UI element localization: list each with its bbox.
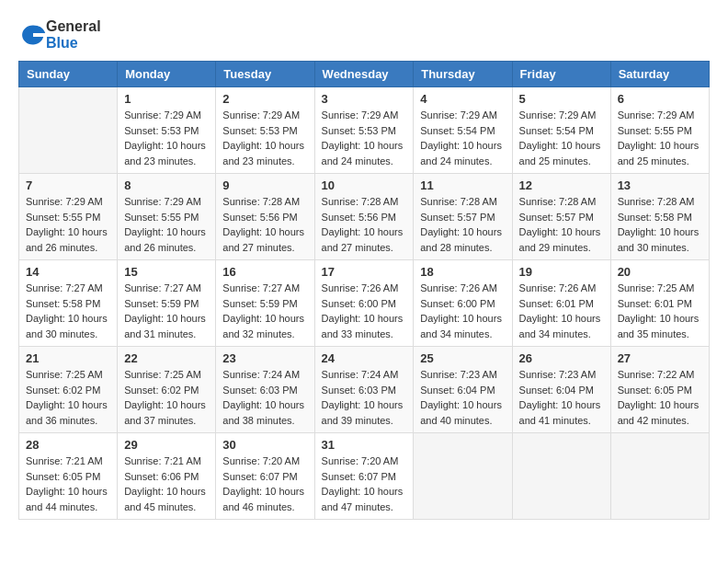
sunrise-text: Sunrise: 7:29 AM: [124, 108, 209, 123]
sunset-text: Sunset: 6:01 PM: [618, 296, 702, 312]
sunrise-text: Sunrise: 7:28 AM: [519, 194, 604, 210]
calendar-cell: 13Sunrise: 7:28 AMSunset: 5:58 PMDayligh…: [610, 174, 709, 260]
calendar-cell: 6Sunrise: 7:29 AMSunset: 5:55 PMDaylight…: [610, 87, 709, 174]
day-info: Sunrise: 7:28 AMSunset: 5:58 PMDaylight:…: [618, 194, 702, 255]
calendar-cell: 19Sunrise: 7:26 AMSunset: 6:01 PMDayligh…: [512, 260, 610, 347]
sunset-text: Sunset: 6:05 PM: [26, 469, 110, 485]
calendar-cell: [512, 433, 610, 520]
calendar-cell: 24Sunrise: 7:24 AMSunset: 6:03 PMDayligh…: [314, 347, 414, 433]
calendar-cell: 20Sunrise: 7:25 AMSunset: 6:01 PMDayligh…: [610, 260, 709, 347]
calendar-cell: 11Sunrise: 7:28 AMSunset: 5:57 PMDayligh…: [414, 174, 512, 260]
sunset-text: Sunset: 6:02 PM: [124, 383, 209, 398]
sunset-text: Sunset: 5:53 PM: [124, 123, 209, 139]
day-number: 5: [519, 92, 604, 106]
sunrise-text: Sunrise: 7:21 AM: [124, 454, 209, 469]
calendar-table: SundayMondayTuesdayWednesdayThursdayFrid…: [18, 61, 710, 520]
sunset-text: Sunset: 5:57 PM: [420, 210, 505, 225]
day-number: 12: [519, 178, 604, 192]
day-info: Sunrise: 7:26 AMSunset: 6:00 PMDaylight:…: [420, 281, 505, 341]
calendar-cell: 4Sunrise: 7:29 AMSunset: 5:54 PMDaylight…: [414, 87, 512, 174]
day-info: Sunrise: 7:21 AMSunset: 6:05 PMDaylight:…: [26, 454, 110, 514]
calendar-cell: 8Sunrise: 7:29 AMSunset: 5:55 PMDaylight…: [118, 174, 216, 260]
day-number: 16: [222, 265, 307, 279]
sunset-text: Sunset: 6:05 PM: [618, 383, 702, 398]
calendar-cell: 1Sunrise: 7:29 AMSunset: 5:53 PMDaylight…: [118, 87, 216, 174]
day-number: 11: [420, 178, 505, 192]
sunrise-text: Sunrise: 7:28 AM: [322, 194, 407, 210]
day-info: Sunrise: 7:29 AMSunset: 5:54 PMDaylight:…: [519, 108, 604, 168]
daylight-text: Daylight: 10 hours and 27 minutes.: [222, 224, 307, 255]
day-info: Sunrise: 7:24 AMSunset: 6:03 PMDaylight:…: [322, 367, 407, 428]
daylight-text: Daylight: 10 hours and 34 minutes.: [420, 311, 505, 341]
day-number: 18: [420, 265, 505, 279]
sunrise-text: Sunrise: 7:29 AM: [618, 108, 702, 123]
sunset-text: Sunset: 6:00 PM: [322, 296, 407, 312]
logo-icon: [20, 22, 46, 48]
daylight-text: Daylight: 10 hours and 47 minutes.: [322, 484, 407, 514]
day-number: 15: [124, 265, 209, 279]
calendar-cell: 17Sunrise: 7:26 AMSunset: 6:00 PMDayligh…: [314, 260, 414, 347]
sunset-text: Sunset: 5:56 PM: [222, 210, 307, 225]
calendar-cell: [610, 433, 709, 520]
daylight-text: Daylight: 10 hours and 24 minutes.: [420, 138, 505, 168]
daylight-text: Daylight: 10 hours and 26 minutes.: [124, 224, 209, 255]
day-number: 25: [420, 351, 505, 365]
daylight-text: Daylight: 10 hours and 29 minutes.: [519, 224, 604, 255]
day-number: 26: [519, 351, 604, 365]
calendar-header-wednesday: Wednesday: [314, 62, 414, 87]
calendar-cell: 18Sunrise: 7:26 AMSunset: 6:00 PMDayligh…: [414, 260, 512, 347]
sunrise-text: Sunrise: 7:23 AM: [420, 367, 505, 383]
calendar-cell: 23Sunrise: 7:24 AMSunset: 6:03 PMDayligh…: [216, 347, 314, 433]
daylight-text: Daylight: 10 hours and 39 minutes.: [322, 397, 407, 428]
day-number: 29: [124, 438, 209, 452]
calendar-cell: 9Sunrise: 7:28 AMSunset: 5:56 PMDaylight…: [216, 174, 314, 260]
day-info: Sunrise: 7:27 AMSunset: 5:59 PMDaylight:…: [222, 281, 307, 341]
sunrise-text: Sunrise: 7:25 AM: [124, 367, 209, 383]
day-info: Sunrise: 7:29 AMSunset: 5:55 PMDaylight:…: [618, 108, 702, 168]
calendar-week-row: 14Sunrise: 7:27 AMSunset: 5:58 PMDayligh…: [19, 260, 710, 347]
calendar-cell: 27Sunrise: 7:22 AMSunset: 6:05 PMDayligh…: [610, 347, 709, 433]
sunset-text: Sunset: 5:54 PM: [420, 123, 505, 139]
day-info: Sunrise: 7:25 AMSunset: 6:02 PMDaylight:…: [26, 367, 110, 428]
daylight-text: Daylight: 10 hours and 32 minutes.: [222, 311, 307, 341]
sunset-text: Sunset: 5:53 PM: [322, 123, 407, 139]
calendar-cell: 3Sunrise: 7:29 AMSunset: 5:53 PMDaylight…: [314, 87, 414, 174]
calendar-cell: 5Sunrise: 7:29 AMSunset: 5:54 PMDaylight…: [512, 87, 610, 174]
day-info: Sunrise: 7:29 AMSunset: 5:54 PMDaylight:…: [420, 108, 505, 168]
day-number: 28: [26, 438, 110, 452]
day-info: Sunrise: 7:21 AMSunset: 6:06 PMDaylight:…: [124, 454, 209, 514]
daylight-text: Daylight: 10 hours and 31 minutes.: [124, 311, 209, 341]
daylight-text: Daylight: 10 hours and 23 minutes.: [222, 138, 307, 168]
calendar-header-row: SundayMondayTuesdayWednesdayThursdayFrid…: [19, 62, 710, 87]
day-number: 9: [222, 178, 307, 192]
day-number: 24: [322, 351, 407, 365]
day-number: 17: [322, 265, 407, 279]
calendar-week-row: 21Sunrise: 7:25 AMSunset: 6:02 PMDayligh…: [19, 347, 710, 433]
day-number: 4: [420, 92, 505, 106]
sunset-text: Sunset: 5:58 PM: [26, 296, 110, 312]
calendar-cell: 12Sunrise: 7:28 AMSunset: 5:57 PMDayligh…: [512, 174, 610, 260]
day-number: 20: [618, 265, 702, 279]
calendar-cell: 16Sunrise: 7:27 AMSunset: 5:59 PMDayligh…: [216, 260, 314, 347]
calendar-cell: 2Sunrise: 7:29 AMSunset: 5:53 PMDaylight…: [216, 87, 314, 174]
day-number: 21: [26, 351, 110, 365]
calendar-cell: 31Sunrise: 7:20 AMSunset: 6:07 PMDayligh…: [314, 433, 414, 520]
sunrise-text: Sunrise: 7:20 AM: [322, 454, 407, 469]
sunrise-text: Sunrise: 7:29 AM: [222, 108, 307, 123]
calendar-cell: 29Sunrise: 7:21 AMSunset: 6:06 PMDayligh…: [118, 433, 216, 520]
logo: General Blue: [18, 18, 101, 52]
sunset-text: Sunset: 5:54 PM: [519, 123, 604, 139]
sunrise-text: Sunrise: 7:24 AM: [222, 367, 307, 383]
sunrise-text: Sunrise: 7:21 AM: [26, 454, 110, 469]
sunrise-text: Sunrise: 7:29 AM: [124, 194, 209, 210]
logo-general-text: General: [46, 18, 101, 34]
daylight-text: Daylight: 10 hours and 37 minutes.: [124, 397, 209, 428]
day-info: Sunrise: 7:28 AMSunset: 5:56 PMDaylight:…: [322, 194, 407, 255]
calendar-cell: 25Sunrise: 7:23 AMSunset: 6:04 PMDayligh…: [414, 347, 512, 433]
sunrise-text: Sunrise: 7:23 AM: [519, 367, 604, 383]
sunrise-text: Sunrise: 7:25 AM: [26, 367, 110, 383]
calendar-cell: 14Sunrise: 7:27 AMSunset: 5:58 PMDayligh…: [19, 260, 118, 347]
sunset-text: Sunset: 6:07 PM: [322, 469, 407, 485]
calendar-header-friday: Friday: [512, 62, 610, 87]
day-info: Sunrise: 7:24 AMSunset: 6:03 PMDaylight:…: [222, 367, 307, 428]
